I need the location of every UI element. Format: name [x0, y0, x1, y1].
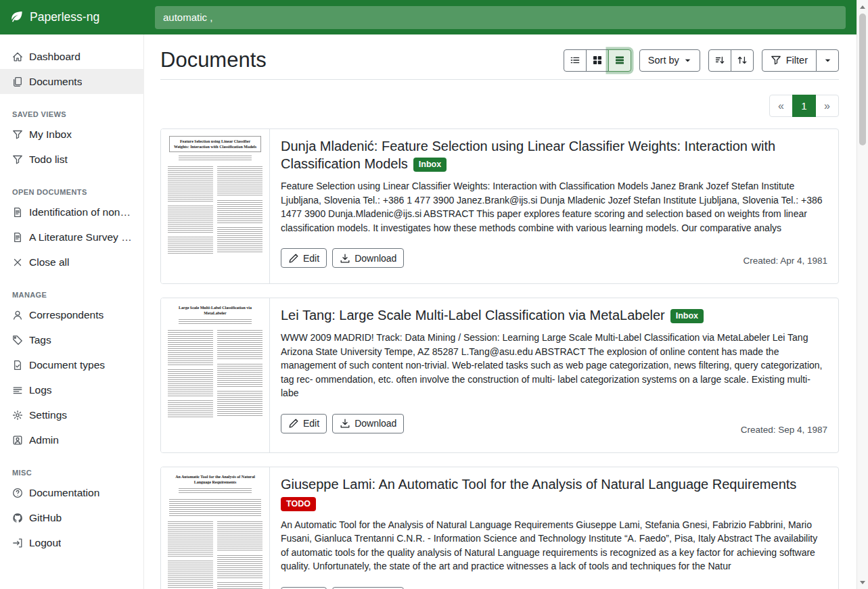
person-badge-icon	[12, 435, 23, 446]
thumbnail-text-lines	[217, 364, 262, 387]
thumbnail-text-lines	[217, 227, 262, 253]
card-view-button[interactable]	[608, 49, 631, 72]
document-title[interactable]: Lei Tang: Large Scale Multi-Label Classi…	[281, 306, 827, 324]
sort-direction-group	[708, 49, 754, 72]
download-button[interactable]: Download	[332, 248, 404, 268]
sidebar-item-tags[interactable]: Tags	[0, 327, 144, 352]
sort-by-button[interactable]: Sort by	[639, 49, 700, 72]
sort-direction-button[interactable]	[708, 49, 731, 72]
document-snippet: WWW 2009 MADRID! Track: Data Mining / Se…	[281, 331, 827, 400]
grid-view-button[interactable]	[586, 49, 609, 72]
sidebar-item-label: GitHub	[29, 511, 62, 525]
sidebar-item-my-inbox[interactable]: My Inbox	[0, 122, 144, 147]
pagination-page-1-button[interactable]: 1	[792, 95, 816, 117]
filter-button[interactable]: Filter	[762, 49, 817, 72]
question-circle-icon	[12, 488, 23, 498]
tag-icon	[12, 335, 23, 346]
sidebar-item-label: Document types	[29, 358, 105, 372]
thumbnail-text-lines	[168, 237, 213, 254]
document-thumbnail[interactable]: Feature Selection using Linear Classifie…	[161, 129, 270, 283]
search-input[interactable]	[155, 6, 846, 29]
thumbnail-text-lines	[168, 400, 213, 418]
github-icon	[12, 513, 23, 523]
sidebar-item-label: Admin	[29, 433, 59, 447]
sidebar-item-a-literature-survey-on[interactable]: A Literature Survey on ...	[0, 225, 144, 250]
funnel-icon	[771, 55, 781, 66]
sort-alphabetical-button[interactable]	[731, 49, 754, 72]
sidebar-item-label: Todo list	[29, 152, 68, 166]
document-card: Feature Selection using Linear Classifie…	[160, 128, 839, 284]
pagination-next-button[interactable]: »	[815, 95, 839, 117]
list-view-button[interactable]	[564, 49, 587, 72]
sidebar-item-admin[interactable]: Admin	[0, 427, 144, 452]
filter-group: Filter	[762, 49, 839, 72]
scrollbar-down-arrow-icon[interactable]	[857, 577, 868, 588]
thumbnail-title: Large Scale Multi-Label Classification v…	[169, 305, 261, 316]
sidebar-item-logs[interactable]: Logs	[0, 377, 144, 402]
sidebar-item-correspondents[interactable]: Correspondents	[0, 302, 144, 327]
tag-badge-inbox[interactable]: Inbox	[670, 309, 704, 323]
document-thumbnail[interactable]: An Automatic Tool for the Analysis of Na…	[161, 467, 270, 589]
tag-badge-inbox[interactable]: Inbox	[413, 158, 447, 172]
sidebar-item-github[interactable]: GitHub	[0, 505, 144, 530]
sidebar-section-title: MISC	[12, 469, 132, 477]
thumbnail-text-lines	[217, 166, 262, 196]
caret-down-icon	[824, 57, 831, 64]
vertical-scrollbar[interactable]	[856, 0, 868, 589]
download-button[interactable]: Download	[332, 414, 404, 433]
download-icon	[340, 418, 350, 429]
document-thumbnail[interactable]: Large Scale Multi-Label Classification v…	[161, 298, 270, 452]
edit-button[interactable]: Edit	[281, 248, 327, 268]
sidebar-item-documents[interactable]: Documents	[0, 69, 144, 94]
document-card: An Automatic Tool for the Analysis of Na…	[160, 467, 839, 589]
edit-button-label: Edit	[303, 418, 319, 429]
thumbnail-text-lines	[168, 166, 213, 202]
sidebar-item-label: Dashboard	[29, 49, 81, 64]
document-title-text: Lei Tang: Large Scale Multi-Label Classi…	[281, 308, 665, 323]
edit-button[interactable]: Edit	[281, 414, 327, 433]
document-title[interactable]: Dunja Mladenić: Feature Selection using …	[281, 137, 827, 172]
file-text-icon	[12, 207, 23, 218]
scrollbar-up-arrow-icon[interactable]	[857, 1, 868, 12]
sidebar-item-dashboard[interactable]: Dashboard	[0, 44, 144, 69]
thumbnail-text-lines	[217, 555, 262, 578]
thumbnail-text-lines	[179, 156, 252, 162]
sidebar-item-label: Close all	[29, 255, 69, 269]
sidebar-item-label: My Inbox	[29, 127, 72, 141]
sidebar-item-label: Logout	[29, 536, 61, 550]
scrollbar-thumb[interactable]	[859, 14, 866, 145]
sidebar-item-settings[interactable]: Settings	[0, 402, 144, 427]
app-brand[interactable]: Paperless-ng	[0, 10, 144, 24]
pencil-icon	[288, 418, 299, 429]
caret-down-icon	[684, 57, 691, 64]
sidebar-item-identification-of-non-fu[interactable]: Identification of non-fu...	[0, 199, 144, 225]
document-title[interactable]: Giuseppe Lami: An Automatic Tool for the…	[281, 475, 827, 493]
leaf-logo-icon	[9, 10, 24, 24]
header-divider	[160, 79, 839, 80]
pagination-prev-button[interactable]: «	[769, 95, 793, 117]
funnel-icon	[12, 154, 23, 165]
sidebar-item-todo-list[interactable]: Todo list	[0, 147, 144, 172]
sidebar-item-document-types[interactable]: Document types	[0, 352, 144, 377]
sidebar-item-logout[interactable]: Logout	[0, 530, 144, 555]
document-snippet: Feature Selection using Linear Classifie…	[281, 179, 827, 235]
sidebar-item-close-all[interactable]: Close all	[0, 250, 144, 275]
thumbnail-text-lines	[168, 330, 213, 365]
brand-name: Paperless-ng	[30, 10, 99, 24]
thumbnail-text-lines	[169, 499, 261, 517]
tag-badge-todo[interactable]: TODO	[281, 497, 316, 511]
sidebar-item-label: A Literature Survey on ...	[29, 230, 132, 244]
view-card-icon	[614, 55, 625, 66]
sidebar-item-label: Logs	[29, 383, 52, 397]
page-title: Documents	[160, 47, 267, 73]
sidebar-item-documentation[interactable]: Documentation	[0, 480, 144, 505]
person-icon	[12, 310, 23, 321]
list-icon	[12, 385, 23, 396]
filter-dropdown-button[interactable]	[816, 49, 839, 72]
download-button[interactable]: Download	[332, 587, 404, 589]
thumbnail-text-lines	[217, 330, 262, 360]
document-card: Large Scale Multi-Label Classification v…	[160, 298, 839, 453]
thumbnail-text-lines	[217, 521, 262, 551]
edit-button[interactable]: Edit	[281, 587, 327, 589]
sidebar-item-label: Documents	[29, 74, 82, 89]
